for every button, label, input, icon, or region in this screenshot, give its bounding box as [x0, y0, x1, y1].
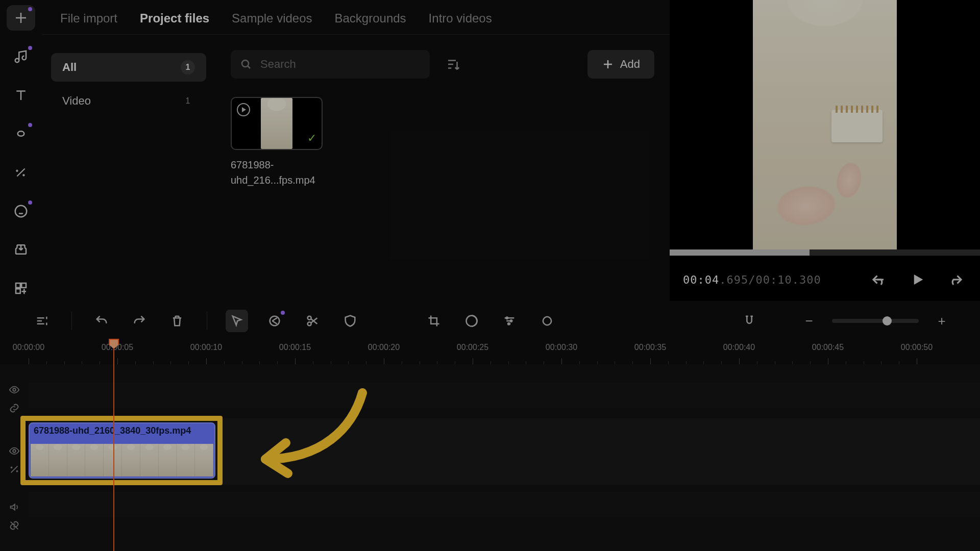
tab-sample-videos[interactable]: Sample videos — [232, 11, 312, 34]
svg-point-9 — [13, 388, 16, 391]
ruler-label: 00:00:25 — [457, 343, 488, 352]
clip-frames — [31, 444, 213, 477]
sort-button[interactable] — [442, 53, 464, 76]
add-button-label: Add — [620, 58, 640, 71]
redo-button[interactable] — [128, 310, 151, 332]
preview-frame-hand2 — [822, 154, 873, 217]
link-icon[interactable] — [7, 401, 21, 415]
rail-templates[interactable] — [7, 276, 35, 301]
filter-video[interactable]: Video 1 — [51, 87, 206, 115]
preview-video[interactable] — [670, 0, 980, 249]
filters-button[interactable] — [498, 310, 521, 332]
select-tool[interactable] — [226, 310, 248, 332]
svg-point-0 — [15, 205, 27, 217]
rail-transition[interactable] — [7, 121, 35, 146]
track-row-text[interactable] — [29, 383, 980, 408]
tl-options[interactable] — [31, 310, 53, 332]
clip-title-label: 6781988-uhd_2160_3840_30fps.mp4 — [34, 425, 210, 436]
zoom-slider[interactable] — [832, 319, 919, 323]
left-rail — [0, 0, 42, 301]
ruler-label: 00:00:45 — [812, 343, 844, 352]
ruler-label: 00:00:10 — [190, 343, 222, 352]
tab-backgrounds[interactable]: Backgrounds — [335, 11, 406, 34]
ruler-label: 00:00:40 — [723, 343, 755, 352]
preview-play-button[interactable] — [906, 269, 928, 290]
rail-dot — [28, 46, 32, 50]
playhead[interactable] — [113, 339, 114, 551]
snap-button[interactable] — [738, 310, 761, 332]
preview-prev-button[interactable] — [868, 269, 889, 290]
search-input[interactable] — [259, 57, 421, 71]
rail-sticker[interactable] — [7, 198, 35, 224]
preview-progress[interactable] — [670, 249, 980, 256]
file-name-label: 6781988-uhd_216...fps.mp4 — [231, 157, 323, 188]
panel-main: Add ✓ 6781988-uhd_216...fps.mp4 — [215, 35, 670, 301]
track-row-audio[interactable] — [29, 492, 980, 517]
rail-dot — [28, 123, 32, 127]
rail-dot — [28, 7, 32, 11]
ruler-label: 00:00:20 — [368, 343, 400, 352]
tab-file-import[interactable]: File import — [60, 11, 117, 34]
search-box[interactable] — [231, 50, 430, 79]
filter-count: 1 — [181, 94, 195, 108]
thumbnail-image — [261, 98, 292, 149]
shield-tool[interactable] — [339, 310, 361, 332]
ruler-label: 00:00:50 — [901, 343, 933, 352]
app-root: File import Project files Sample videos … — [0, 0, 980, 551]
svg-point-10 — [13, 449, 16, 453]
timeline-toolbar: − + — [0, 303, 980, 339]
ruler-label: 00:00:35 — [634, 343, 666, 352]
blade-tool[interactable] — [263, 310, 286, 332]
tab-intro-videos[interactable]: Intro videos — [429, 11, 492, 34]
rail-music[interactable] — [7, 44, 35, 69]
panel-toolbar: Add — [231, 50, 654, 79]
fx-icon[interactable] — [7, 462, 21, 477]
filter-label: Video — [62, 94, 91, 108]
preview-frame — [753, 0, 897, 249]
toggle-visibility-icon[interactable] — [7, 383, 21, 397]
media-tabs: File import Project files Sample videos … — [42, 0, 670, 35]
rail-text[interactable] — [7, 83, 35, 108]
play-icon — [237, 103, 250, 116]
undo-button[interactable] — [90, 310, 113, 332]
filter-label: All — [62, 61, 77, 74]
zoom-in-button[interactable]: + — [934, 313, 949, 329]
preview-timecode: 00:04.695/00:10.300 — [683, 273, 821, 286]
plus-icon — [602, 58, 614, 70]
ruler-label: 00:00:00 — [13, 343, 44, 352]
preview-panel: 00:04.695/00:10.300 — [670, 0, 980, 301]
volume-icon[interactable] — [7, 500, 21, 514]
filter-all[interactable]: All 1 — [51, 53, 206, 82]
eye-icon[interactable] — [7, 444, 21, 458]
hidden-link-icon[interactable] — [7, 518, 21, 533]
rail-dot — [28, 201, 32, 205]
delete-button[interactable] — [166, 310, 188, 332]
transition-button[interactable] — [536, 310, 558, 332]
timeline-ruler[interactable]: 00:00:0000:00:0500:00:1000:00:1500:00:20… — [0, 339, 980, 364]
search-icon — [240, 58, 252, 70]
rail-add-media[interactable] — [7, 5, 35, 31]
rail-magic[interactable] — [7, 160, 35, 185]
rail-export[interactable] — [7, 237, 35, 263]
ruler-label: 00:00:15 — [279, 343, 311, 352]
zoom-knob[interactable] — [883, 316, 892, 325]
panel-body: All 1 Video 1 — [42, 35, 670, 301]
rail-dot — [281, 311, 285, 315]
add-button[interactable]: Add — [587, 50, 654, 79]
preview-progress-fill — [670, 249, 810, 256]
ruler-label: 00:00:30 — [546, 343, 577, 352]
preview-next-button[interactable] — [945, 269, 967, 290]
split-button[interactable] — [301, 310, 324, 332]
track-icons — [0, 364, 29, 551]
tab-project-files[interactable]: Project files — [140, 11, 209, 34]
crop-button[interactable] — [423, 310, 445, 332]
zoom-out-button[interactable]: − — [801, 313, 817, 329]
file-card[interactable]: ✓ 6781988-uhd_216...fps.mp4 — [231, 97, 323, 188]
media-panel: File import Project files Sample videos … — [42, 0, 670, 301]
svg-point-1 — [242, 60, 249, 67]
filter-count: 1 — [181, 60, 195, 74]
timeline-clip[interactable]: 6781988-uhd_2160_3840_30fps.mp4 — [29, 422, 215, 479]
check-icon: ✓ — [307, 132, 316, 145]
adjust-button[interactable] — [460, 310, 483, 332]
file-thumbnail[interactable]: ✓ — [231, 97, 323, 150]
